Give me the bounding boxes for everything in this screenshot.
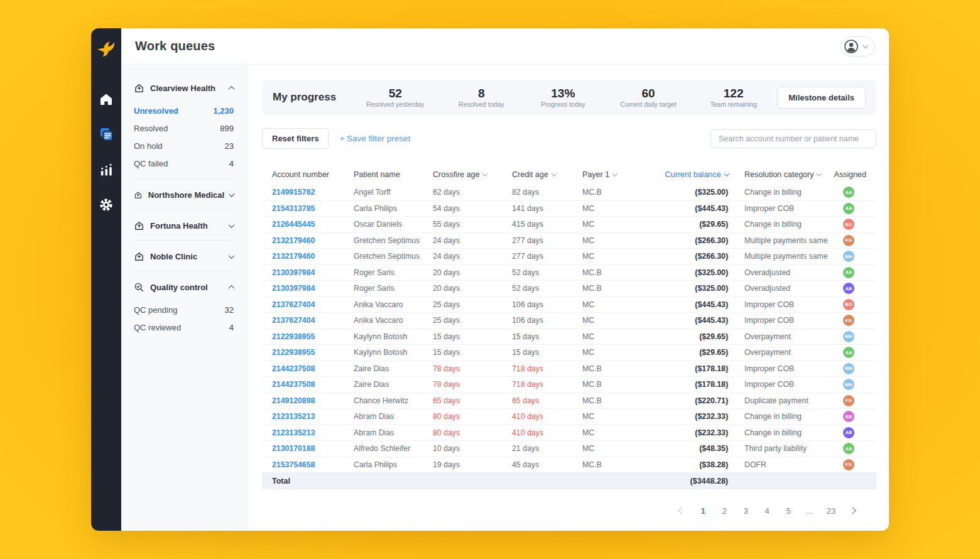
hospital-icon [134, 190, 143, 200]
assignee-avatar: BO [843, 299, 854, 310]
payer: MC.B [582, 364, 639, 373]
table-row[interactable]: 2130397984 Roger Saris 20 days 52 days M… [262, 281, 876, 297]
sidebar-divider [134, 271, 234, 271]
pagination-next-button[interactable] [845, 503, 860, 518]
account-number-link[interactable]: 2123135213 [272, 412, 354, 421]
table-row[interactable]: 2123135213 Abram Dias 80 days 410 days M… [262, 409, 876, 425]
reset-filters-button[interactable]: Reset filters [262, 128, 329, 149]
column-header[interactable]: Crossfire age [433, 170, 512, 179]
account-number-link[interactable]: 2123135213 [272, 428, 354, 437]
column-header-label: Payer 1 [582, 170, 609, 179]
table-row[interactable]: 2122938955 Kaylynn Botosh 15 days 15 day… [262, 329, 876, 345]
credit-age: 141 days [512, 204, 582, 213]
table-row[interactable]: 2153754658 Carla Philips 19 days 45 days… [262, 457, 876, 474]
sidebar-queue-item[interactable]: On hold 23 [134, 137, 234, 155]
main-content: My progress 52 Resolved yesterday 8 Reso… [247, 65, 889, 531]
sidebar-group-header[interactable]: Clearview Health [134, 80, 234, 96]
table-row[interactable]: 2130397984 Roger Saris 20 days 52 days M… [262, 265, 876, 281]
account-number-link[interactable]: 2130397984 [272, 284, 354, 293]
column-header[interactable]: Payer 1 [582, 170, 639, 179]
stat-value: 52 [389, 87, 402, 100]
table-row[interactable]: 2137627404 Anika Vaccaro 25 days 106 day… [262, 313, 876, 329]
pagination-page[interactable]: 1 [695, 503, 710, 518]
sidebar-group-header[interactable]: Fortuna Health [134, 217, 234, 234]
table-row[interactable]: 2149915762 Angel Torff 62 days 82 days M… [262, 185, 876, 201]
current-balance: ($325.00) [639, 284, 744, 293]
account-number-link[interactable]: 2132179460 [272, 252, 354, 261]
sidebar-group-header[interactable]: Quality control [134, 279, 234, 295]
queue-item-label: Resolved [134, 124, 220, 133]
payer: MC.B [582, 396, 639, 405]
rail-nav [97, 90, 116, 214]
nav-settings-button[interactable] [97, 195, 116, 214]
search-input[interactable] [710, 129, 876, 148]
account-number-link[interactable]: 2126445445 [272, 220, 354, 229]
queue-item-label: Unresolved [134, 106, 213, 116]
save-filter-preset-link[interactable]: + Save filter preset [339, 134, 410, 143]
table-body: 2149915762 Angel Torff 62 days 82 days M… [262, 185, 876, 473]
account-number-link[interactable]: 2132179460 [272, 236, 354, 245]
account-number-link[interactable]: 2149915762 [272, 188, 354, 197]
pagination-page[interactable]: 4 [760, 503, 775, 518]
account-number-link[interactable]: 2122938955 [272, 348, 354, 357]
account-number-link[interactable]: 2144237508 [272, 364, 354, 373]
payer: MC [582, 316, 639, 325]
account-number-link[interactable]: 2137627404 [272, 300, 354, 309]
milestone-details-button[interactable]: Milestone details [777, 87, 866, 109]
sidebar-group-header[interactable]: Northshore Medical [134, 187, 234, 203]
table-row[interactable]: 2123135213 Abram Dias 80 days 410 days M… [262, 425, 876, 442]
account-number-link[interactable]: 2153754658 [272, 460, 354, 469]
payer: MC [582, 412, 639, 421]
table-row[interactable]: 2144237508 Zaire Dias 78 days 718 days M… [262, 377, 876, 393]
column-header[interactable]: Current balance [639, 170, 744, 179]
account-number-link[interactable]: 2137627404 [272, 316, 354, 325]
credit-age: 277 days [512, 252, 582, 261]
sidebar-group-header[interactable]: Noble Clinic [134, 248, 234, 264]
sidebar-queue-item[interactable]: QC reviewed 4 [134, 318, 234, 336]
pagination-page[interactable]: 23 [824, 503, 839, 518]
payer: MC [582, 252, 639, 261]
credit-age: 21 days [512, 444, 582, 453]
sidebar-queue-item[interactable]: QC pending 32 [134, 301, 234, 318]
sidebar-group-label: Noble Clinic [150, 252, 224, 261]
account-number-link[interactable]: 2122938955 [272, 332, 354, 341]
pagination-prev-button[interactable] [674, 503, 689, 518]
table-row[interactable]: 2144237508 Zaire Dias 78 days 718 days M… [262, 361, 876, 377]
column-header: Assigned [831, 170, 866, 179]
table-row[interactable]: 2130170188 Alfredo Schleifer 10 days 21 … [262, 441, 876, 457]
crossfire-age: 55 days [433, 220, 512, 229]
sidebar-queue-item[interactable]: Resolved 899 [134, 119, 234, 137]
gear-icon [98, 197, 114, 213]
table-row[interactable]: 2126445445 Oscar Daniels 55 days 415 day… [262, 217, 876, 233]
progress-stat: 13% Progress today [538, 87, 587, 108]
account-number-link[interactable]: 2130397984 [272, 268, 354, 277]
table-row[interactable]: 2137627404 Anika Vaccaro 25 days 106 day… [262, 297, 876, 313]
resolution-category: Improper COB [744, 204, 831, 213]
table-row[interactable]: 2132179460 Gretchen Septimus 24 days 277… [262, 233, 876, 249]
pagination-page[interactable]: 5 [781, 503, 796, 518]
table-row[interactable]: 2154313785 Carla Philips 54 days 141 day… [262, 201, 876, 217]
payer: MC [582, 348, 639, 357]
table-row[interactable]: 2149120898 Chance Herwitz 65 days 65 day… [262, 393, 876, 410]
account-number-link[interactable]: 2130170188 [272, 444, 354, 453]
account-number-link[interactable]: 2149120898 [272, 396, 354, 405]
sidebar-queue-item[interactable]: QC failed 4 [134, 155, 234, 172]
column-header[interactable]: Credit age [512, 170, 582, 179]
column-header[interactable]: Resolution category [744, 170, 831, 179]
pagination-page[interactable]: 2 [717, 503, 732, 518]
table-header-row: Account number Patient name Crossfire ag… [262, 164, 876, 185]
assigned-cell: MH [831, 379, 866, 390]
nav-home-button[interactable] [97, 90, 116, 109]
current-balance: ($48.35) [639, 444, 744, 453]
nav-reports-button[interactable] [97, 160, 116, 179]
table-row[interactable]: 2122938955 Kaylynn Botosh 15 days 15 day… [262, 345, 876, 361]
sidebar-queue-item[interactable]: Unresolved 1,230 [134, 102, 234, 119]
nav-queues-button[interactable] [97, 125, 116, 144]
account-number-link[interactable]: 2144237508 [272, 380, 354, 389]
table-row[interactable]: 2132179460 Gretchen Septimus 24 days 277… [262, 249, 876, 265]
crossfire-age: 15 days [433, 332, 512, 341]
account-number-link[interactable]: 2154313785 [272, 204, 354, 213]
pagination-page[interactable]: 3 [738, 503, 753, 518]
account-menu-button[interactable] [841, 36, 875, 57]
patient-name: Zaire Dias [354, 380, 433, 389]
